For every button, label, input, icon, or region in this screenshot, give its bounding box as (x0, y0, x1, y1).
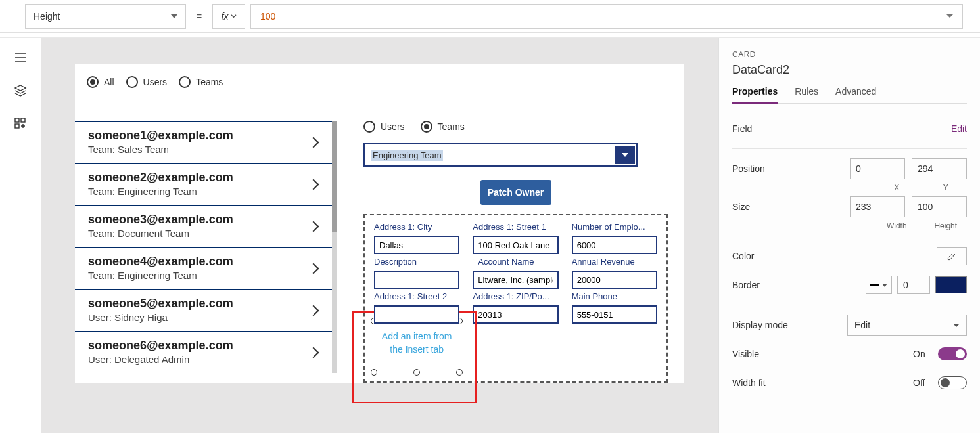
formula-input[interactable]: 100 (250, 4, 963, 29)
size-width-input[interactable]: 233 (850, 196, 905, 217)
control-name: DataCard2 (732, 63, 967, 77)
display-mode-dropdown[interactable]: Edit (847, 315, 967, 336)
card-phone[interactable]: Main Phone (572, 292, 657, 324)
highlight-box (352, 311, 477, 403)
filter-radio-group: All Users Teams (75, 64, 684, 95)
gallery: someone1@example.comTeam: Sales Team som… (75, 95, 337, 383)
detail-panel: Users Teams Engineering Team Patch Owner… (337, 95, 684, 383)
chevron-down-icon (615, 146, 635, 164)
team-dropdown[interactable]: Engineering Team (363, 143, 638, 167)
prop-visible: Visible On (732, 339, 967, 368)
input-employees[interactable] (572, 236, 657, 254)
color-picker[interactable] (937, 247, 967, 265)
position-x-input[interactable]: 0 (850, 158, 905, 179)
prop-display-mode: Display mode Edit (732, 311, 967, 339)
tab-properties[interactable]: Properties (732, 86, 778, 103)
gallery-item[interactable]: someone4@example.comTeam: Engineering Te… (75, 248, 332, 290)
border-width-input[interactable]: 0 (897, 276, 930, 294)
formula-bar: Height = fx 100 (0, 0, 980, 33)
input-revenue[interactable] (572, 271, 657, 289)
grid-icon[interactable] (14, 117, 27, 130)
left-rail (0, 38, 41, 433)
svg-rect-1 (21, 118, 25, 122)
input-zip[interactable] (473, 305, 558, 324)
formula-value: 100 (260, 11, 275, 22)
gallery-scrollbar[interactable] (332, 121, 337, 373)
property-name: Height (34, 11, 60, 22)
props-tabs: Properties Rules Advanced (732, 86, 967, 104)
gallery-item[interactable]: someone5@example.comUser: Sidney Higa (75, 290, 332, 332)
main-layout: All Users Teams someone1@example.comTeam… (0, 38, 980, 433)
tab-rules[interactable]: Rules (795, 86, 818, 103)
svg-rect-0 (15, 118, 19, 122)
input-account-name[interactable] (473, 271, 558, 289)
size-height-input[interactable]: 100 (912, 196, 967, 217)
card-street1[interactable]: Address 1: Street 1 (473, 222, 558, 254)
card-city[interactable]: Address 1: City (374, 222, 459, 254)
radio-owner-users[interactable]: Users (363, 121, 405, 133)
card-street2[interactable]: Address 1: Street 2 (374, 292, 459, 324)
canvas-area: All Users Teams someone1@example.comTeam… (41, 38, 718, 433)
tab-advanced[interactable]: Advanced (835, 86, 876, 103)
patch-owner-button[interactable]: Patch Owner (480, 180, 551, 205)
property-dropdown[interactable]: Height (25, 4, 186, 29)
visible-toggle[interactable] (938, 347, 967, 360)
card-employees[interactable]: Number of Emplo... (572, 222, 657, 254)
app-canvas[interactable]: All Users Teams someone1@example.comTeam… (75, 64, 684, 383)
card-account-name[interactable]: Account Name (473, 257, 558, 289)
prop-width-fit: Width fit Off (732, 368, 967, 397)
radio-all[interactable]: All (87, 76, 114, 88)
width-fit-toggle[interactable] (938, 376, 967, 389)
card-zip[interactable]: Address 1: ZIP/Po... (473, 292, 558, 324)
control-type-caption: CARD (732, 50, 967, 59)
radio-teams[interactable]: Teams (179, 76, 223, 88)
border-style-dropdown[interactable] (866, 276, 892, 294)
input-description[interactable] (374, 271, 459, 289)
properties-panel: CARD DataCard2 Properties Rules Advanced… (718, 38, 980, 433)
card-revenue[interactable]: Annual Revenue (572, 257, 657, 289)
gallery-item[interactable]: someone2@example.comTeam: Engineering Te… (75, 164, 332, 206)
svg-rect-2 (15, 124, 19, 128)
owner-type-radio-group: Users Teams (363, 121, 668, 133)
radio-users[interactable]: Users (126, 76, 168, 88)
prop-size: Size 233 100 (732, 192, 967, 221)
fx-button[interactable]: fx (212, 4, 245, 29)
input-phone[interactable] (572, 305, 657, 324)
layers-icon[interactable] (14, 84, 27, 97)
prop-color: Color (732, 242, 967, 271)
edit-field-link[interactable]: Edit (951, 123, 967, 134)
team-dropdown-value: Engineering Team (371, 150, 443, 161)
prop-position: Position 0 294 (732, 154, 967, 183)
equals-sign: = (191, 11, 207, 22)
prop-border: Border 0 (732, 271, 967, 299)
prop-field: Field Edit (732, 114, 967, 143)
gallery-item[interactable]: someone3@example.comTeam: Document Team (75, 206, 332, 248)
gallery-item[interactable]: someone1@example.comTeam: Sales Team (75, 121, 332, 164)
gallery-item[interactable]: someone6@example.comUser: Delegated Admi… (75, 332, 332, 373)
position-y-input[interactable]: 294 (912, 158, 967, 179)
border-color-swatch[interactable] (935, 276, 967, 293)
card-description[interactable]: Description (374, 257, 459, 289)
input-street1[interactable] (473, 236, 558, 254)
hamburger-icon[interactable] (14, 51, 27, 64)
radio-owner-teams[interactable]: Teams (421, 121, 465, 133)
input-street2[interactable] (374, 305, 459, 324)
input-city[interactable] (374, 236, 459, 254)
